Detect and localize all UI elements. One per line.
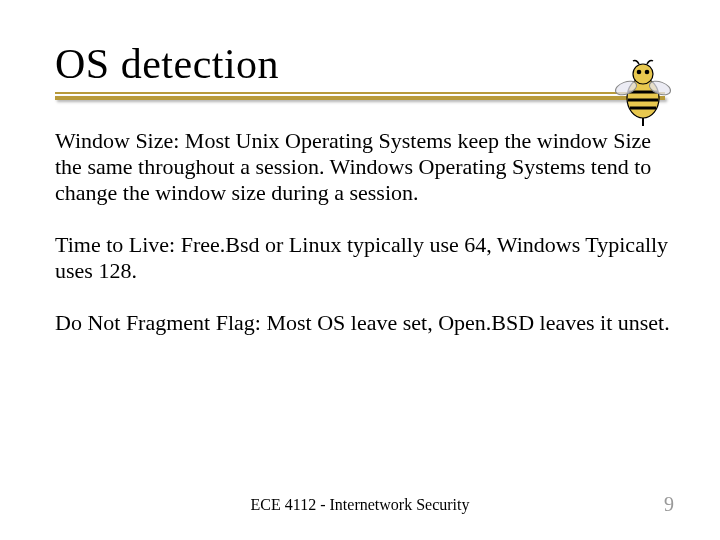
body-paragraph: Time to Live: Free.Bsd or Linux typicall…: [55, 232, 670, 284]
svg-point-2: [637, 70, 642, 75]
underline-thin: [55, 92, 665, 94]
buzz-mascot-icon: [608, 58, 678, 128]
slide-body: Window Size: Most Unix Operating Systems…: [55, 128, 670, 336]
slide-title: OS detection: [55, 42, 670, 86]
page-number: 9: [664, 493, 674, 516]
footer-text: ECE 4112 - Internetwork Security: [0, 496, 720, 514]
title-row: OS detection: [55, 42, 670, 106]
underline-thick: [55, 96, 665, 100]
slide: OS detection Window Size: Most Unix Oper…: [0, 0, 720, 540]
title-underline: [55, 92, 665, 106]
body-paragraph: Window Size: Most Unix Operating Systems…: [55, 128, 670, 206]
svg-point-3: [645, 70, 650, 75]
body-paragraph: Do Not Fragment Flag: Most OS leave set,…: [55, 310, 670, 336]
svg-point-1: [633, 64, 653, 84]
